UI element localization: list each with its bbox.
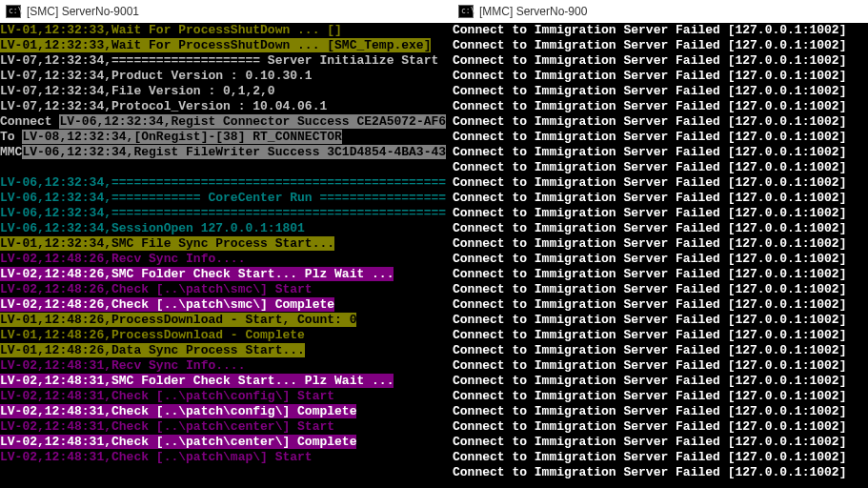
log-line: Connect to Immigration Server Failed [12… — [453, 374, 868, 389]
log-segment: Connect to Immigration Server Failed [12… — [453, 252, 846, 266]
console-window-mmc: c:\ [MMC] ServerNo-900 Connect to Immigr… — [453, 0, 868, 488]
log-line: Connect to Immigration Server Failed [12… — [453, 236, 868, 252]
log-segment: LV-02,12:48:31,SMC Folder Check Start...… — [0, 374, 394, 388]
log-segment: Connect to Immigration Server Failed [12… — [453, 53, 846, 68]
titlebar-mmc[interactable]: c:\ [MMC] ServerNo-900 — [453, 0, 868, 23]
log-segment: LV-01,12:32:33,Wait For ProcessShutDown … — [0, 38, 431, 52]
log-segment: LV-02,12:48:31,Recv Sync Info.... — [0, 358, 245, 373]
log-segment: Connect to Immigration Server Failed [12… — [453, 282, 846, 296]
log-line: Connect to Immigration Server Failed [12… — [453, 419, 868, 435]
terminal-output-mmc[interactable]: Connect to Immigration Server Failed [12… — [453, 23, 868, 488]
log-line: Connect to Immigration Server Failed [12… — [453, 160, 868, 175]
log-line: Connect to Immigration Server Failed [12… — [453, 252, 868, 267]
log-segment: Connect to Immigration Server Failed [12… — [453, 191, 846, 205]
window-title-mmc: [MMC] ServerNo-900 — [479, 4, 587, 19]
log-segment: Connect to Immigration Server Failed [12… — [453, 221, 846, 235]
log-line: LV-02,12:48:26,Recv Sync Info.... — [0, 252, 453, 267]
log-line: LV-01,12:48:26,ProcessDownload - Start, … — [0, 313, 453, 328]
log-segment: LV-07,12:32:34,Protocol_Version : 10.04.… — [0, 99, 327, 113]
log-line: LV-06,12:32:34,=========================… — [0, 175, 453, 191]
log-line: LV-01,12:48:26,ProcessDownload - Complet… — [0, 328, 453, 343]
log-line: Connect to Immigration Server Failed [12… — [453, 23, 868, 38]
log-segment: To — [0, 130, 22, 144]
log-segment: Connect to Immigration Server Failed [12… — [453, 175, 846, 190]
console-icon: c:\ — [6, 5, 21, 18]
window-title-smc: [SMC] ServerNo-9001 — [27, 4, 139, 19]
log-segment: Connect to Immigration Server Failed [12… — [453, 23, 846, 37]
log-line: LV-01,12:32:33,Wait For ProcessShutDown … — [0, 38, 453, 53]
log-line — [0, 160, 453, 175]
log-segment: LV-02,12:48:26,Recv Sync Info.... — [0, 252, 245, 266]
log-segment: Connect to Immigration Server Failed [12… — [453, 328, 846, 342]
log-segment: LV-08,12:32:34,[OnRegist]-[38] RT_CONNEC… — [22, 130, 341, 144]
log-segment: MMC — [0, 145, 22, 159]
log-line: Connect to Immigration Server Failed [12… — [453, 206, 868, 221]
log-segment: LV-02,12:48:31,Check [..\patch\config\] … — [0, 389, 334, 403]
log-segment: Connect to Immigration Server Failed [12… — [453, 267, 846, 281]
log-line: LV-02,12:48:31,Check [..\patch\center\] … — [0, 435, 453, 450]
log-segment: Connect to Immigration Server Failed [12… — [453, 465, 846, 479]
log-line: Connect to Immigration Server Failed [12… — [453, 404, 868, 419]
log-line: LV-06,12:32:34,SessionOpen 127.0.0.1:180… — [0, 221, 453, 236]
log-segment: Connect — [0, 114, 59, 129]
log-line: Connect to Immigration Server Failed [12… — [453, 297, 868, 313]
log-line: LV-02,12:48:31,Check [..\patch\map\] Sta… — [0, 450, 453, 465]
log-segment: LV-06,12:32:34,=========================… — [0, 206, 446, 220]
log-segment: Connect to Immigration Server Failed [12… — [453, 297, 846, 312]
log-line: Connect to Immigration Server Failed [12… — [453, 328, 868, 343]
log-line: Connect to Immigration Server Failed [12… — [453, 465, 868, 480]
log-segment: LV-02,12:48:31,Check [..\patch\map\] Sta… — [0, 450, 313, 464]
log-line: To LV-08,12:32:34,[OnRegist]-[38] RT_CON… — [0, 130, 453, 145]
log-segment: LV-06,12:32:34,=========================… — [0, 175, 446, 190]
log-line: LV-06,12:32:34,=========================… — [0, 206, 453, 221]
log-line: Connect to Immigration Server Failed [12… — [453, 358, 868, 374]
log-segment: LV-06,12:32:34,Regist FileWriter Success… — [22, 145, 446, 159]
log-line: Connect to Immigration Server Failed [12… — [453, 389, 868, 404]
titlebar-smc[interactable]: c:\ [SMC] ServerNo-9001 — [0, 0, 453, 23]
log-segment: LV-06,12:32:34,SessionOpen 127.0.0.1:180… — [0, 221, 305, 235]
log-line: Connect to Immigration Server Failed [12… — [453, 435, 868, 450]
log-segment: LV-01,12:48:26,ProcessDownload - Complet… — [0, 328, 305, 342]
log-segment: LV-07,12:32:34,File Version : 0,1,2,0 — [0, 84, 275, 98]
log-segment: Connect to Immigration Server Failed [12… — [453, 206, 846, 220]
log-segment: LV-02,12:48:31,Check [..\patch\config\] … — [0, 404, 356, 418]
log-line: Connect to Immigration Server Failed [12… — [453, 343, 868, 358]
console-window-smc: c:\ [SMC] ServerNo-9001 LV-01,12:32:33,W… — [0, 0, 453, 488]
log-segment: Connect to Immigration Server Failed [12… — [453, 419, 846, 434]
log-segment: Connect to Immigration Server Failed [12… — [453, 435, 846, 449]
log-line: Connect to Immigration Server Failed [12… — [453, 69, 868, 84]
log-line: Connect to Immigration Server Failed [12… — [453, 130, 868, 145]
log-segment: Connect to Immigration Server Failed [12… — [453, 404, 846, 418]
log-segment: Connect to Immigration Server Failed [12… — [453, 389, 846, 403]
console-icon: c:\ — [458, 5, 474, 18]
log-line: Connect to Immigration Server Failed [12… — [453, 53, 868, 69]
log-line: LV-02,12:48:26,Check [..\patch\smc\] Com… — [0, 297, 453, 313]
log-line: LV-02,12:48:26,SMC Folder Check Start...… — [0, 267, 453, 282]
log-line: LV-02,12:48:31,Check [..\patch\center\] … — [0, 419, 453, 435]
log-line: Connect to Immigration Server Failed [12… — [453, 99, 868, 114]
log-line: MMCLV-06,12:32:34,Regist FileWriter Succ… — [0, 145, 453, 160]
log-line: LV-07,12:32:34,Product Version : 0.10.30… — [0, 69, 453, 84]
log-segment: LV-02,12:48:26,Check [..\patch\smc\] Sta… — [0, 282, 313, 296]
log-line: Connect to Immigration Server Failed [12… — [453, 267, 868, 282]
log-line: LV-02,12:48:31,Check [..\patch\config\] … — [0, 404, 453, 419]
log-segment: Connect to Immigration Server Failed [12… — [453, 69, 846, 83]
log-segment: LV-01,12:32:34,SMC File Sync Process Sta… — [0, 236, 334, 251]
log-line: Connect to Immigration Server Failed [12… — [453, 175, 868, 191]
log-segment: LV-02,12:48:31,Check [..\patch\center\] … — [0, 419, 334, 434]
log-line: LV-07,12:32:34,File Version : 0,1,2,0 — [0, 84, 453, 99]
log-segment: Connect to Immigration Server Failed [12… — [453, 99, 846, 113]
log-segment: Connect to Immigration Server Failed [12… — [453, 84, 846, 98]
log-segment: LV-02,12:48:26,SMC Folder Check Start...… — [0, 267, 394, 281]
log-line: LV-02,12:48:31,Check [..\patch\config\] … — [0, 389, 453, 404]
log-line: Connect to Immigration Server Failed [12… — [453, 191, 868, 206]
log-line: LV-02,12:48:26,Check [..\patch\smc\] Sta… — [0, 282, 453, 297]
log-segment: LV-01,12:32:33,Wait For ProcessShutDown … — [0, 23, 342, 37]
terminal-output-smc[interactable]: LV-01,12:32:33,Wait For ProcessShutDown … — [0, 23, 453, 488]
log-segment: Connect to Immigration Server Failed [12… — [453, 114, 846, 129]
log-line: LV-07,12:32:34,==================== Serv… — [0, 53, 453, 69]
log-line: Connect to Immigration Server Failed [12… — [453, 450, 868, 465]
log-line: Connect LV-06,12:32:34,Regist Connector … — [0, 114, 453, 130]
log-segment: Connect to Immigration Server Failed [12… — [453, 130, 846, 144]
log-line: Connect to Immigration Server Failed [12… — [453, 38, 868, 53]
